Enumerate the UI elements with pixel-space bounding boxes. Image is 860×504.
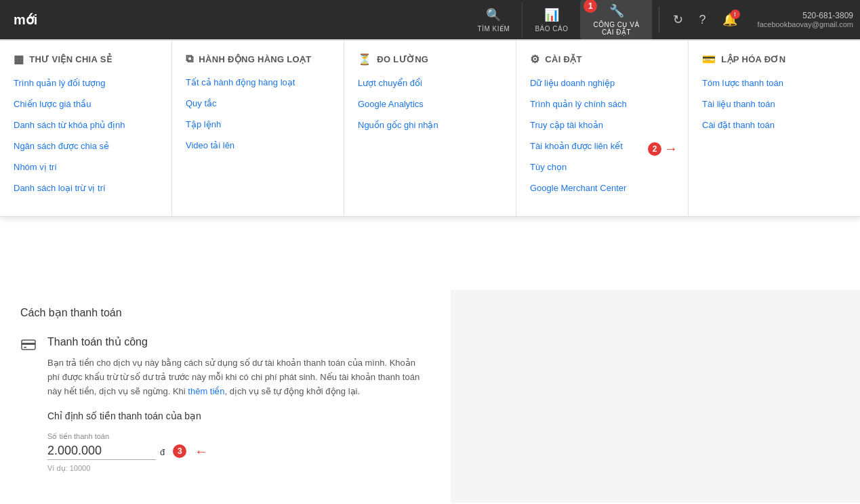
payment-card-body: Thanh toán thủ công Bạn trả tiền cho dịc… bbox=[47, 335, 430, 473]
main-right bbox=[451, 290, 861, 503]
menu-item-google-merchant[interactable]: Google Merchant Center bbox=[530, 183, 674, 193]
nav-report-label: BÁO CÁO bbox=[535, 25, 568, 33]
search-icon: 🔍 bbox=[486, 7, 501, 22]
annotation-2: 2 bbox=[648, 142, 661, 156]
main-left: Cách bạn thanh toán Thanh toán thủ công … bbox=[0, 290, 451, 503]
menu-item-tom-luoc[interactable]: Tóm lược thanh toán bbox=[702, 78, 846, 88]
add-money-link[interactable]: thêm tiền bbox=[188, 386, 224, 396]
nav-search-label: TÌM KIẾM bbox=[478, 25, 510, 33]
menu-item-google-analytics[interactable]: Google Analytics bbox=[358, 99, 502, 109]
menu-item-tuy-chon[interactable]: Tùy chọn bbox=[530, 162, 674, 172]
menu-item-chinh-sach[interactable]: Trình quản lý chính sách bbox=[530, 99, 674, 109]
section-title: Cách bạn thanh toán bbox=[20, 306, 430, 319]
tools-icon: 🔧 bbox=[609, 3, 624, 18]
menu-item-ngan-sach[interactable]: Ngân sách được chia sẻ bbox=[14, 141, 158, 151]
notification-badge: ! bbox=[731, 9, 740, 19]
menu-item-tap-lenh[interactable]: Tập lệnh bbox=[186, 119, 330, 129]
svg-rect-2 bbox=[24, 347, 26, 348]
dropdown-col-thu-vien: ▦ THƯ VIỆN CHIA SẺ Trình quản lý đối tượ… bbox=[0, 41, 172, 216]
col-header-lap-hoa-don-label: LẬP HÓA ĐƠN bbox=[721, 54, 785, 64]
col-header-thu-vien: ▦ THƯ VIỆN CHIA SẺ bbox=[14, 53, 158, 66]
col-header-cai-dat: ⚙ CÀI ĐẶT bbox=[530, 53, 674, 66]
dropdown-col-lap-hoa-don: 💳 LẬP HÓA ĐƠN Tóm lược thanh toán Tài li… bbox=[689, 41, 860, 216]
payment-card-title: Thanh toán thủ công bbox=[47, 335, 430, 348]
cai-dat-icon: ⚙ bbox=[530, 53, 539, 66]
payment-card-icon bbox=[20, 337, 37, 357]
col-header-hanh-dong-label: HÀNH ĐỘNG HÀNG LOẠT bbox=[199, 54, 311, 64]
menu-item-luot-chuyen[interactable]: Lượt chuyển đổi bbox=[358, 78, 502, 88]
user-phone: 520-681-3809 bbox=[758, 11, 853, 20]
lap-hoa-don-icon: 💳 bbox=[702, 53, 716, 66]
menu-item-nhom-vi-tri[interactable]: Nhóm vị trí bbox=[14, 162, 158, 172]
menu-item-tai-lieu[interactable]: Tài liệu thanh toán bbox=[702, 99, 846, 109]
dropdown-menu: ▦ THƯ VIỆN CHIA SẺ Trình quản lý đối tượ… bbox=[0, 39, 860, 217]
dropdown-col-do-luong: ⏳ ĐO LƯỜNG Lượt chuyển đổi Google Analyt… bbox=[344, 41, 516, 216]
col-header-do-luong-label: ĐO LƯỜNG bbox=[377, 54, 428, 64]
menu-item-video[interactable]: Video tải lên bbox=[186, 140, 330, 150]
menu-item-loai-tru[interactable]: Danh sách loại trừ vị trí bbox=[14, 183, 158, 193]
menu-item-tu-khoa[interactable]: Danh sách từ khóa phủ định bbox=[14, 120, 158, 130]
menu-item-doi-tuong[interactable]: Trình quản lý đối tượng bbox=[14, 78, 158, 88]
hanh-dong-icon: ⧉ bbox=[186, 53, 193, 65]
payment-amount-input[interactable] bbox=[47, 442, 156, 460]
menu-item-quy-tac[interactable]: Quy tắc bbox=[186, 98, 330, 108]
arrow-right-annotation-2: → bbox=[664, 141, 678, 156]
do-luong-icon: ⏳ bbox=[358, 53, 371, 66]
notification-button[interactable]: 🔔 ! bbox=[716, 7, 744, 33]
input-field-wrapper: đ 3 → bbox=[47, 442, 430, 460]
topbar-nav: 🔍 TÌM KIẾM 📊 BÁO CÁO 🔧 CÔNG CỤ VÀ CÀI ĐẶ… bbox=[466, 0, 652, 41]
main-content: Cách bạn thanh toán Thanh toán thủ công … bbox=[0, 290, 860, 503]
payment-card-desc: Bạn trả tiền cho dịch vụ này bằng cách s… bbox=[47, 356, 430, 398]
help-button[interactable]: ? bbox=[693, 7, 713, 33]
dropdown-col-cai-dat: ⚙ CÀI ĐẶT Dữ liệu doanh nghiệp Trình quả… bbox=[516, 41, 689, 216]
annotation-1: 1 bbox=[583, 0, 597, 13]
menu-item-gia-thau[interactable]: Chiến lược giá thầu bbox=[14, 99, 158, 109]
svg-rect-1 bbox=[22, 343, 35, 345]
col-header-do-luong: ⏳ ĐO LƯỜNG bbox=[358, 53, 502, 66]
report-icon: 📊 bbox=[544, 7, 559, 22]
topbar: mới 🔍 TÌM KIẾM 📊 BÁO CÁO 🔧 CÔNG CỤ VÀ CÀ… bbox=[0, 0, 860, 39]
topbar-user: 520-681-3809 facebookbaovay@gmail.com bbox=[751, 11, 853, 28]
input-hint: Ví dụ: 10000 bbox=[47, 464, 430, 473]
input-label: Số tiền thanh toán bbox=[47, 432, 430, 441]
arrow-left-annotation-3: → bbox=[194, 444, 208, 459]
col-header-lap-hoa-don: 💳 LẬP HÓA ĐƠN bbox=[702, 53, 846, 66]
assign-label: Chỉ định số tiền thanh toán của bạn bbox=[47, 411, 430, 421]
menu-item-nguon-goc[interactable]: Nguồn gốc ghi nhận bbox=[358, 120, 502, 130]
dropdown-col-hanh-dong: ⧉ HÀNH ĐỘNG HÀNG LOẠT Tất cả hành động h… bbox=[172, 41, 344, 216]
col-header-thu-vien-label: THƯ VIỆN CHIA SẺ bbox=[29, 54, 112, 64]
menu-item-tat-ca[interactable]: Tất cả hành động hàng loạt bbox=[186, 77, 330, 87]
nav-tools-label: CÔNG CỤ VÀ CÀI ĐẶT bbox=[593, 21, 639, 36]
menu-item-cai-dat-thanh-toan[interactable]: Cài đặt thanh toán bbox=[702, 120, 775, 130]
logo: mới bbox=[7, 12, 37, 28]
menu-item-truy-cap[interactable]: Truy cập tài khoản bbox=[530, 120, 674, 130]
topbar-actions: ↻ ? 🔔 ! bbox=[659, 7, 751, 33]
col-header-hanh-dong: ⧉ HÀNH ĐỘNG HÀNG LOẠT bbox=[186, 53, 330, 65]
nav-report[interactable]: 📊 BÁO CÁO bbox=[523, 2, 581, 38]
refresh-button[interactable]: ↻ bbox=[666, 7, 690, 33]
user-email: facebookbaovay@gmail.com bbox=[758, 20, 853, 28]
col-header-cai-dat-label: CÀI ĐẶT bbox=[545, 54, 581, 64]
nav-tools[interactable]: 🔧 CÔNG CỤ VÀ CÀI ĐẶT 1 ▲ bbox=[581, 0, 651, 41]
annotation-3: 3 bbox=[173, 444, 186, 458]
thu-vien-icon: ▦ bbox=[14, 53, 24, 66]
input-unit: đ bbox=[160, 447, 165, 457]
nav-search[interactable]: 🔍 TÌM KIẾM bbox=[466, 2, 523, 38]
menu-item-du-lieu[interactable]: Dữ liệu doanh nghiệp bbox=[530, 78, 674, 88]
annotation-row: đ bbox=[47, 442, 165, 460]
payment-card: Thanh toán thủ công Bạn trả tiền cho dịc… bbox=[20, 335, 430, 473]
